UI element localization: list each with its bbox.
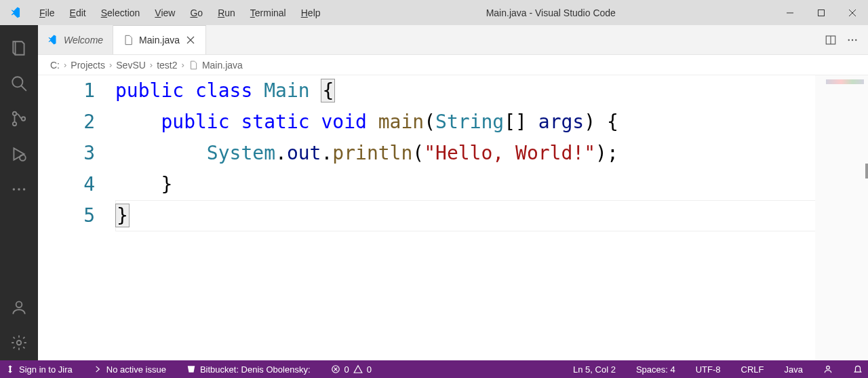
breadcrumb-segment[interactable]: Main.java: [202, 60, 243, 71]
svg-point-9: [20, 155, 26, 161]
status-label: Java: [785, 364, 803, 375]
svg-point-21: [855, 39, 856, 40]
status-label: CRLF: [741, 364, 764, 375]
status-bitbucket[interactable]: Bitbucket: Denis Obolensky:: [181, 360, 316, 378]
close-icon[interactable]: [185, 35, 196, 45]
status-cursor[interactable]: Ln 5, Col 2: [568, 360, 621, 378]
code-content[interactable]: public class Main { public static void m…: [113, 75, 868, 360]
error-count: 0: [344, 364, 349, 375]
minimap[interactable]: [815, 75, 868, 360]
menu-selection[interactable]: Selection: [94, 3, 147, 22]
svg-point-11: [18, 188, 20, 190]
maximize-button[interactable]: [806, 0, 837, 25]
more-actions-icon[interactable]: [846, 34, 859, 46]
accounts-icon[interactable]: [0, 290, 38, 325]
explorer-icon[interactable]: [0, 31, 38, 66]
status-eol[interactable]: CRLF: [736, 360, 770, 378]
svg-point-19: [848, 39, 850, 40]
svg-point-12: [23, 188, 25, 190]
menu-view[interactable]: View: [148, 3, 182, 22]
menu-terminal[interactable]: Terminal: [243, 3, 293, 22]
tab-main-java[interactable]: Main.java: [113, 25, 206, 54]
menu-run[interactable]: Run: [211, 3, 242, 22]
breadcrumb-segment[interactable]: test2: [157, 60, 177, 71]
chevron-right-icon: ›: [150, 60, 153, 70]
menu-help[interactable]: Help: [294, 3, 328, 22]
tab-welcome[interactable]: Welcome: [38, 25, 113, 54]
svg-point-25: [827, 366, 830, 369]
svg-point-8: [22, 117, 25, 120]
line-number-gutter: 12345: [38, 75, 113, 360]
file-icon: [189, 60, 198, 70]
menu-edit[interactable]: Edit: [63, 3, 93, 22]
tab-label: Main.java: [139, 35, 180, 45]
svg-rect-1: [818, 10, 825, 16]
feedback-icon: [823, 364, 833, 374]
status-label: UTF-8: [696, 364, 721, 375]
status-encoding[interactable]: UTF-8: [690, 360, 726, 378]
window-title: Main.java - Visual Studio Code: [328, 7, 774, 18]
status-label: Ln 5, Col 2: [573, 364, 616, 375]
jira-icon: [5, 364, 15, 374]
warning-icon: [353, 364, 363, 374]
breadcrumb-segment[interactable]: SevSU: [116, 60, 146, 71]
status-jira[interactable]: Sign in to Jira: [0, 360, 78, 378]
tab-label: Welcome: [64, 35, 103, 45]
status-label: Spaces: 4: [636, 364, 675, 375]
status-label: Sign in to Jira: [19, 364, 73, 375]
error-icon: [331, 364, 340, 374]
editor-area: Welcome Main.java C:› Projects› SevSU› t…: [38, 25, 868, 360]
svg-point-4: [12, 77, 22, 87]
breadcrumb[interactable]: C:› Projects› SevSU› test2› Main.java: [38, 55, 868, 75]
chevron-right-icon: ›: [64, 60, 66, 70]
status-label: Bitbucket: Denis Obolensky:: [200, 364, 311, 375]
status-problems[interactable]: 0 0: [326, 360, 377, 378]
menu-file[interactable]: File: [33, 3, 62, 22]
close-button[interactable]: [837, 0, 868, 25]
svg-point-7: [13, 122, 16, 126]
chevron-right-icon: [93, 364, 102, 374]
svg-line-5: [21, 86, 26, 91]
more-icon[interactable]: [0, 172, 38, 207]
tab-actions: [825, 25, 868, 54]
svg-point-10: [13, 188, 15, 190]
chevron-right-icon: ›: [109, 60, 112, 70]
code-editor[interactable]: 12345 public class Main { public static …: [38, 75, 868, 360]
source-control-icon[interactable]: [0, 101, 38, 136]
main-area: Welcome Main.java C:› Projects› SevSU› t…: [0, 25, 868, 360]
warning-count: 0: [367, 364, 372, 375]
bell-icon: [853, 364, 863, 374]
status-label: No active issue: [106, 364, 166, 375]
status-issue[interactable]: No active issue: [87, 360, 172, 378]
titlebar: File Edit Selection View Go Run Terminal…: [0, 0, 868, 25]
bitbucket-icon: [186, 364, 196, 374]
menu-go[interactable]: Go: [183, 3, 210, 22]
breadcrumb-segment[interactable]: C:: [50, 60, 60, 71]
status-language[interactable]: Java: [779, 360, 808, 378]
svg-point-13: [16, 301, 22, 307]
run-debug-icon[interactable]: [0, 136, 38, 172]
minimap-content: [826, 79, 864, 84]
svg-point-20: [852, 39, 853, 40]
chevron-right-icon: ›: [182, 60, 184, 70]
tabs-row: Welcome Main.java: [38, 25, 868, 55]
menu-bar: File Edit Selection View Go Run Terminal…: [33, 3, 328, 22]
window-controls: [774, 0, 868, 25]
settings-gear-icon[interactable]: [0, 325, 38, 360]
minimize-button[interactable]: [774, 0, 806, 25]
svg-point-6: [13, 112, 16, 115]
vscode-logo-icon: [0, 7, 33, 19]
overview-ruler[interactable]: [865, 164, 868, 178]
status-feedback[interactable]: [818, 360, 838, 378]
status-spaces[interactable]: Spaces: 4: [631, 360, 681, 378]
search-icon[interactable]: [0, 66, 38, 101]
status-bar: Sign in to Jira No active issue Bitbucke…: [0, 360, 868, 378]
breadcrumb-segment[interactable]: Projects: [71, 60, 105, 71]
split-editor-icon[interactable]: [825, 34, 837, 46]
svg-point-14: [17, 341, 22, 345]
vscode-icon: [47, 35, 58, 45]
activity-bar: [0, 25, 38, 360]
status-notifications[interactable]: [848, 360, 868, 378]
java-file-icon: [123, 35, 134, 45]
